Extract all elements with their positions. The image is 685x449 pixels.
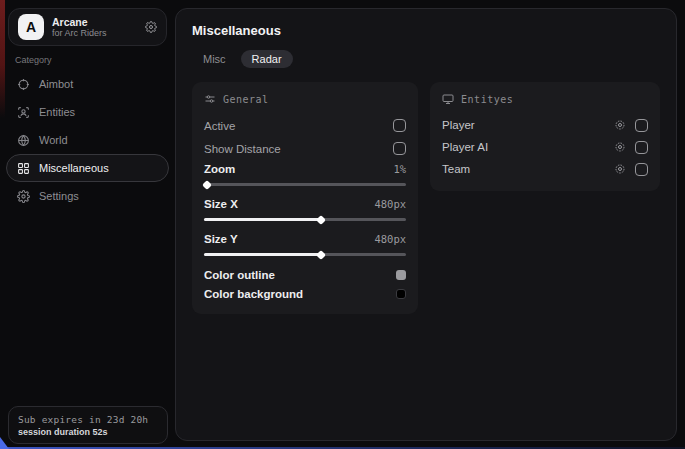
subscription-card: Sub expires in 23d 20h session duration … [8,406,168,444]
mouse-cursor [0,437,9,449]
crosshair-icon [17,78,30,91]
size-x-slider[interactable] [204,218,406,221]
size-y-slider[interactable] [204,253,406,256]
show-distance-label: Show Distance [204,143,281,155]
sidebar-item-label: World [39,134,68,146]
gear-icon [17,190,30,203]
globe-icon [17,134,30,147]
size-x-value: 480px [374,198,406,210]
entity-label: Player [442,119,614,131]
entity-label: Player AI [442,141,614,153]
zoom-slider[interactable] [204,183,406,186]
general-panel-title: General [223,94,269,105]
entity-row-player: Player [442,114,648,136]
sidebar-item-label: Entities [39,106,75,118]
zoom-row: Zoom 1% [204,160,406,178]
sidebar: A Arcane for Arc Riders Category Aimbot … [0,0,175,449]
sub-expiry-text: Sub expires in 23d 20h [18,414,158,425]
gear-icon[interactable] [614,119,626,131]
size-y-value: 480px [374,233,406,245]
zoom-value: 1% [393,163,406,175]
sidebar-item-aimbot[interactable]: Aimbot [6,70,169,98]
entity-row-player-ai: Player AI [442,136,648,158]
entity-checkbox[interactable] [635,141,648,154]
app-logo-avatar: A [18,14,44,40]
sidebar-item-entities[interactable]: Entities [6,98,169,126]
gear-icon[interactable] [145,21,157,33]
size-y-row: Size Y 480px [204,230,406,248]
sliders-icon [204,93,216,105]
sidebar-item-world[interactable]: World [6,126,169,154]
size-y-slider-thumb[interactable] [316,250,326,260]
sidebar-item-settings[interactable]: Settings [6,182,169,210]
zoom-slider-thumb[interactable] [202,180,212,190]
entities-panel-title: Entityes [461,94,513,105]
logo-card: A Arcane for Arc Riders [8,8,167,46]
active-row: Active [204,114,406,137]
session-duration-text: session duration 52s [18,427,158,437]
sidebar-item-miscellaneous[interactable]: Miscellaneous [6,154,169,182]
sidebar-item-label: Aimbot [39,78,73,90]
entity-row-team: Team [442,158,648,180]
size-x-slider-thumb[interactable] [316,215,326,225]
entity-checkbox[interactable] [635,163,648,176]
color-outline-label: Color outline [204,269,275,281]
entity-label: Team [442,163,614,175]
color-outline-row: Color outline [204,265,406,284]
general-panel: General Active Show Distance Zoom 1% Siz… [192,82,418,314]
app-subtitle: for Arc Riders [52,28,137,38]
zoom-label: Zoom [204,163,235,175]
show-distance-checkbox[interactable] [393,142,406,155]
show-distance-row: Show Distance [204,137,406,160]
active-checkbox[interactable] [393,119,406,132]
color-background-label: Color background [204,288,303,300]
tab-bar: Misc Radar [192,50,660,68]
entities-panel: Entityes Player Player AI Team [430,82,660,191]
sidebar-nav: Aimbot Entities World Miscellaneous Sett… [6,70,169,210]
app-name: Arcane [52,16,137,28]
color-outline-swatch[interactable] [396,270,406,280]
active-label: Active [204,120,235,132]
size-x-label: Size X [204,198,238,210]
size-y-label: Size Y [204,233,238,245]
entity-checkbox[interactable] [635,119,648,132]
page-title: Miscellaneous [192,23,660,38]
scan-person-icon [17,106,30,119]
sidebar-item-label: Miscellaneous [39,162,109,174]
grid-icon [17,162,30,175]
gear-icon[interactable] [614,141,626,153]
color-background-swatch[interactable] [396,289,406,299]
gear-icon[interactable] [614,163,626,175]
sidebar-item-label: Settings [39,190,79,202]
size-x-row: Size X 480px [204,195,406,213]
main-panel: Miscellaneous Misc Radar General Active … [175,8,677,441]
monitor-icon [442,93,454,105]
category-label: Category [15,55,52,65]
tab-radar[interactable]: Radar [241,50,293,68]
tab-misc[interactable]: Misc [192,50,237,68]
color-background-row: Color background [204,284,406,303]
